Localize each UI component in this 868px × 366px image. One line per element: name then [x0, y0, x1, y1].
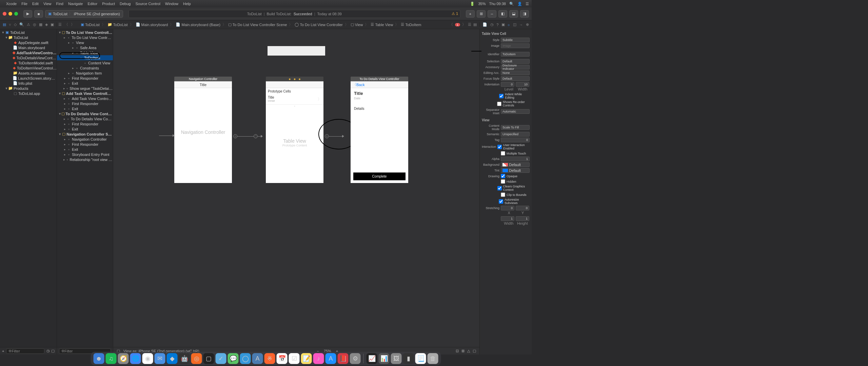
storyboard-entry-arrow[interactable]	[159, 134, 175, 137]
dock-slack[interactable]: ※	[264, 353, 275, 364]
jump-bar[interactable]: ▣ToDoList〉 📁ToDoList〉 📄Main.storyboard〉 …	[81, 22, 449, 27]
crumb-7[interactable]: Table View	[375, 23, 393, 27]
dock-activity[interactable]: 📊	[379, 353, 390, 364]
outline-scene-header[interactable]: ▼▢Add Task View Controller Scene	[57, 91, 113, 96]
report-navigator-icon[interactable]: ▣	[51, 22, 54, 27]
resize-handle-icon[interactable]: ▫	[266, 105, 323, 108]
menu-find[interactable]: Find	[56, 2, 63, 6]
outline-item[interactable]: ▸▫Navigation Item	[57, 70, 113, 76]
dock-stocks[interactable]: 📈	[367, 353, 377, 364]
control-center-icon[interactable]: ☰	[526, 2, 529, 6]
outline-item[interactable]: ▸▫Show segue "TaskDetailsSegue" t…	[57, 86, 113, 91]
menu-debug[interactable]: Debug	[120, 2, 131, 6]
outline-item[interactable]: ▸▫Navigation Controller	[57, 137, 113, 142]
zoom-window-button[interactable]	[14, 12, 18, 16]
dock-music[interactable]: ♪	[313, 353, 324, 364]
find-navigator-icon[interactable]: 🔍	[19, 22, 24, 27]
scm-filter-icon[interactable]: ▢	[51, 349, 55, 353]
menu-help[interactable]: Help	[183, 2, 191, 6]
tree-item[interactable]: ◆ToDoItemModel.swift	[0, 60, 57, 65]
multi-checkbox[interactable]	[501, 151, 505, 156]
stretch-w-field[interactable]	[501, 216, 514, 221]
outline-item[interactable]: ▸▫To Do List View Controller	[57, 35, 113, 40]
tree-item[interactable]: ◆AddTaskViewController.swift	[0, 50, 57, 55]
issue-navigator-icon[interactable]: ⚠	[27, 22, 30, 27]
outline-item[interactable]: ▸▫Exit	[57, 126, 113, 131]
dock-android[interactable]: 🤖	[179, 353, 190, 364]
tree-root[interactable]: ▼▣ToDoList	[0, 30, 57, 35]
dock-preview[interactable]: 🖼	[391, 353, 402, 364]
scheme-selector[interactable]: ▣ ToDoList 〉 iPhone SE (2nd generation)	[45, 10, 123, 18]
stretch-h-field[interactable]	[516, 216, 529, 221]
menu-edit[interactable]: Edit	[32, 2, 39, 6]
outline-item[interactable]: ▸▫Table View	[57, 50, 113, 55]
toggle-bottom-panel[interactable]: ⬓	[509, 10, 518, 18]
add-editor-button[interactable]: +	[466, 10, 475, 18]
editingacc-select[interactable]: None	[501, 70, 530, 75]
code-review-button[interactable]: ↔	[488, 10, 496, 18]
toggle-right-panel[interactable]: ◨	[520, 10, 529, 18]
stretch-x-field[interactable]	[501, 206, 514, 210]
outline-item[interactable]: ▸▫Relationship "root view controller"…	[57, 157, 113, 162]
attributes-inspector-icon[interactable]: ⟐	[508, 23, 510, 27]
tree-item[interactable]: ◆ToDoDetailsViewController.swift	[0, 55, 57, 60]
outline-item[interactable]: ▫Content View	[57, 60, 113, 65]
outline-scene-header[interactable]: ▼▢To Do List View Controller Scene	[57, 30, 113, 35]
dock-appstore2[interactable]: A	[252, 353, 263, 364]
outline-item[interactable]: ▫ToDoItem	[57, 55, 113, 60]
scene-navigation-controller[interactable]: Navigation Controller Title Navigation C…	[174, 77, 232, 183]
prev-issue-icon[interactable]: 〈	[449, 22, 453, 27]
debug-navigator-icon[interactable]: ▦	[39, 22, 42, 27]
menu-navigate[interactable]: Navigate	[68, 2, 83, 6]
stop-button[interactable]: ■	[34, 10, 43, 18]
embed-button[interactable]: ▢	[473, 349, 476, 353]
back-button[interactable]: 〈 Back	[351, 81, 408, 88]
dock-signal[interactable]: ◯	[240, 353, 251, 364]
opaque-checkbox[interactable]	[501, 174, 505, 178]
dock-trash[interactable]: 🗑	[428, 353, 438, 364]
file-inspector-icon[interactable]: 📄	[482, 22, 487, 27]
menu-editor[interactable]: Editor	[87, 2, 97, 6]
dock-reminders[interactable]: ☑	[289, 353, 300, 364]
tree-item[interactable]: ◆AppDelegate.swift	[0, 40, 57, 45]
outline-scene-header[interactable]: ▼▢To Do Details View Controller Scene	[57, 111, 113, 116]
dock-terminal[interactable]: ▢	[203, 353, 214, 364]
editor-options-icon[interactable]: ☰	[468, 22, 471, 27]
menu-file[interactable]: File	[21, 2, 27, 6]
help-inspector-icon[interactable]: ?	[496, 23, 498, 27]
close-window-button[interactable]	[3, 12, 6, 16]
search-icon[interactable]: 🔍	[509, 2, 514, 6]
cmode-select[interactable]: Scale To Fill	[501, 125, 530, 130]
outline-item[interactable]: ▸▫First Responder	[57, 121, 113, 126]
dock-safari[interactable]: 🧭	[118, 353, 129, 364]
outline-item[interactable]: ▸▫Safe Area	[57, 45, 113, 50]
resolve-button[interactable]: △	[467, 349, 470, 353]
tree-item[interactable]: 📄Main.storyboard	[0, 45, 57, 50]
outline-item[interactable]: ▸▫Constraints	[57, 65, 113, 70]
outline-item[interactable]: ▸▫Exit	[57, 81, 113, 86]
outline-item[interactable]: ▸▫View	[57, 40, 113, 45]
connections-inspector-icon[interactable]: →	[519, 23, 523, 27]
library-button[interactable]: ⊞	[477, 10, 486, 18]
autoresize-checkbox[interactable]	[499, 199, 503, 204]
focusstyle-select[interactable]: Default	[501, 76, 530, 81]
dock-postman[interactable]: ◎	[191, 353, 202, 364]
clears-checkbox[interactable]	[497, 186, 502, 190]
align-button[interactable]: ⊡	[456, 349, 459, 353]
identity-inspector-icon[interactable]: ▣	[501, 22, 505, 27]
indent-level-field[interactable]	[501, 82, 514, 87]
dock-mail[interactable]: ✉	[155, 353, 165, 364]
outline-item[interactable]: ▸▫To Do Details View Controller	[57, 116, 113, 121]
reorder-checkbox[interactable]	[497, 102, 501, 106]
crumb-4[interactable]: To Do List View Controller Scene	[233, 23, 287, 27]
outline-item[interactable]: ▸▫Exit	[57, 147, 113, 152]
tree-item[interactable]: 📁Assets.xcassets	[0, 70, 57, 76]
dock-messages[interactable]: 💬	[228, 353, 239, 364]
dock-calendar[interactable]: 📅	[277, 353, 288, 364]
crumb-5[interactable]: To Do List View Controller	[300, 23, 342, 27]
prototype-cell[interactable]: Title Detail 〉	[266, 95, 323, 105]
semantic-select[interactable]: Unspecified	[501, 132, 530, 137]
crumb-2[interactable]: Main.storyboard	[141, 23, 168, 27]
size-inspector-icon[interactable]: ◫	[513, 22, 516, 27]
dock-appstore[interactable]: A	[326, 353, 336, 364]
